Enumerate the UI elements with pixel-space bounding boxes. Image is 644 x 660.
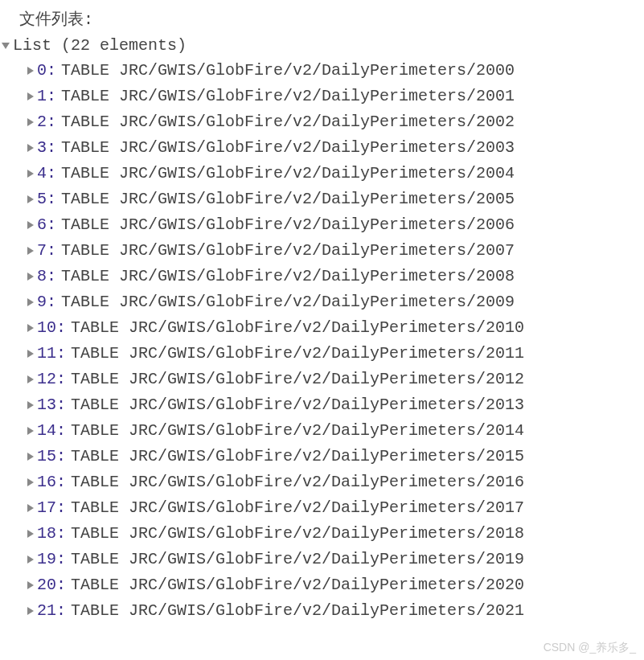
list-item[interactable]: 8:TABLE JRC/GWIS/GlobFire/v2/DailyPerime… (27, 264, 644, 289)
item-value: TABLE JRC/GWIS/GlobFire/v2/DailyPerimete… (71, 547, 524, 572)
item-index: 14 (37, 418, 56, 444)
list-item[interactable]: 19:TABLE JRC/GWIS/GlobFire/v2/DailyPerim… (27, 547, 644, 572)
list-item[interactable]: 5:TABLE JRC/GWIS/GlobFire/v2/DailyPerime… (27, 187, 644, 212)
expand-icon (27, 581, 34, 589)
item-value: TABLE JRC/GWIS/GlobFire/v2/DailyPerimete… (61, 264, 515, 289)
item-index: 15 (37, 444, 56, 469)
item-index: 2 (37, 109, 47, 135)
list-item[interactable]: 0:TABLE JRC/GWIS/GlobFire/v2/DailyPerime… (27, 58, 644, 84)
item-value: TABLE JRC/GWIS/GlobFire/v2/DailyPerimete… (61, 289, 515, 315)
list-item[interactable]: 2:TABLE JRC/GWIS/GlobFire/v2/DailyPerime… (27, 109, 644, 135)
item-value: TABLE JRC/GWIS/GlobFire/v2/DailyPerimete… (61, 212, 515, 238)
item-colon: : (56, 547, 66, 572)
list-header[interactable]: List (22 elements) (0, 36, 644, 58)
expand-icon (27, 555, 34, 564)
expand-icon (27, 273, 34, 281)
item-index: 20 (37, 572, 56, 598)
item-value: TABLE JRC/GWIS/GlobFire/v2/DailyPerimete… (61, 84, 515, 109)
list-item[interactable]: 9:TABLE JRC/GWIS/GlobFire/v2/DailyPerime… (27, 289, 644, 315)
item-value: TABLE JRC/GWIS/GlobFire/v2/DailyPerimete… (71, 418, 524, 444)
item-colon: : (47, 109, 56, 135)
expand-icon (27, 118, 34, 126)
item-value: TABLE JRC/GWIS/GlobFire/v2/DailyPerimete… (71, 572, 524, 598)
expand-icon (27, 144, 34, 152)
list-item[interactable]: 18:TABLE JRC/GWIS/GlobFire/v2/DailyPerim… (27, 521, 644, 547)
item-index: 9 (37, 289, 47, 315)
item-colon: : (47, 212, 56, 238)
item-index: 6 (37, 212, 47, 238)
item-index: 21 (37, 598, 56, 624)
item-colon: : (47, 238, 56, 264)
item-colon: : (56, 418, 66, 444)
item-value: TABLE JRC/GWIS/GlobFire/v2/DailyPerimete… (71, 315, 524, 341)
list-item[interactable]: 20:TABLE JRC/GWIS/GlobFire/v2/DailyPerim… (27, 572, 644, 598)
list-label: List (22 elements) (13, 36, 187, 55)
list-item[interactable]: 13:TABLE JRC/GWIS/GlobFire/v2/DailyPerim… (27, 392, 644, 418)
item-colon: : (47, 264, 56, 289)
item-colon: : (56, 444, 66, 469)
item-value: TABLE JRC/GWIS/GlobFire/v2/DailyPerimete… (71, 495, 524, 521)
expand-icon (27, 324, 34, 332)
item-value: TABLE JRC/GWIS/GlobFire/v2/DailyPerimete… (71, 444, 524, 469)
item-colon: : (56, 392, 66, 418)
list-item[interactable]: 4:TABLE JRC/GWIS/GlobFire/v2/DailyPerime… (27, 161, 644, 187)
item-value: TABLE JRC/GWIS/GlobFire/v2/DailyPerimete… (71, 341, 524, 367)
item-colon: : (47, 135, 56, 161)
list-items: 0:TABLE JRC/GWIS/GlobFire/v2/DailyPerime… (0, 58, 644, 624)
list-item[interactable]: 16:TABLE JRC/GWIS/GlobFire/v2/DailyPerim… (27, 469, 644, 495)
expand-icon (27, 530, 34, 538)
item-value: TABLE JRC/GWIS/GlobFire/v2/DailyPerimete… (61, 187, 515, 212)
expand-icon (27, 195, 34, 203)
item-colon: : (56, 469, 66, 495)
expand-icon (27, 478, 34, 486)
item-value: TABLE JRC/GWIS/GlobFire/v2/DailyPerimete… (71, 469, 524, 495)
item-value: TABLE JRC/GWIS/GlobFire/v2/DailyPerimete… (61, 161, 515, 187)
expand-icon (27, 504, 34, 512)
page-title: 文件列表: (0, 8, 644, 36)
list-item[interactable]: 1:TABLE JRC/GWIS/GlobFire/v2/DailyPerime… (27, 84, 644, 109)
collapse-icon (2, 43, 10, 49)
item-colon: : (56, 598, 66, 624)
item-index: 4 (37, 161, 47, 187)
list-item[interactable]: 3:TABLE JRC/GWIS/GlobFire/v2/DailyPerime… (27, 135, 644, 161)
item-index: 3 (37, 135, 47, 161)
list-item[interactable]: 11:TABLE JRC/GWIS/GlobFire/v2/DailyPerim… (27, 341, 644, 367)
item-value: TABLE JRC/GWIS/GlobFire/v2/DailyPerimete… (61, 58, 515, 84)
item-index: 5 (37, 187, 47, 212)
item-index: 16 (37, 469, 56, 495)
item-value: TABLE JRC/GWIS/GlobFire/v2/DailyPerimete… (61, 238, 515, 264)
expand-icon (27, 427, 34, 435)
list-item[interactable]: 10:TABLE JRC/GWIS/GlobFire/v2/DailyPerim… (27, 315, 644, 341)
item-colon: : (56, 521, 66, 547)
item-index: 11 (37, 341, 56, 367)
item-index: 1 (37, 84, 47, 109)
list-item[interactable]: 15:TABLE JRC/GWIS/GlobFire/v2/DailyPerim… (27, 444, 644, 469)
list-item[interactable]: 17:TABLE JRC/GWIS/GlobFire/v2/DailyPerim… (27, 495, 644, 521)
expand-icon (27, 375, 34, 383)
list-item[interactable]: 12:TABLE JRC/GWIS/GlobFire/v2/DailyPerim… (27, 367, 644, 392)
expand-icon (27, 350, 34, 358)
item-colon: : (47, 161, 56, 187)
list-item[interactable]: 6:TABLE JRC/GWIS/GlobFire/v2/DailyPerime… (27, 212, 644, 238)
item-index: 8 (37, 264, 47, 289)
item-colon: : (56, 341, 66, 367)
item-index: 17 (37, 495, 56, 521)
item-value: TABLE JRC/GWIS/GlobFire/v2/DailyPerimete… (61, 109, 515, 135)
item-index: 12 (37, 367, 56, 392)
item-index: 0 (37, 58, 47, 84)
expand-icon (27, 247, 34, 255)
item-colon: : (56, 315, 66, 341)
item-value: TABLE JRC/GWIS/GlobFire/v2/DailyPerimete… (71, 598, 524, 624)
list-item[interactable]: 14:TABLE JRC/GWIS/GlobFire/v2/DailyPerim… (27, 418, 644, 444)
expand-icon (27, 401, 34, 409)
expand-icon (27, 170, 34, 178)
item-value: TABLE JRC/GWIS/GlobFire/v2/DailyPerimete… (71, 367, 524, 392)
item-value: TABLE JRC/GWIS/GlobFire/v2/DailyPerimete… (71, 392, 524, 418)
expand-icon (27, 67, 34, 75)
list-item[interactable]: 21:TABLE JRC/GWIS/GlobFire/v2/DailyPerim… (27, 598, 644, 624)
list-item[interactable]: 7:TABLE JRC/GWIS/GlobFire/v2/DailyPerime… (27, 238, 644, 264)
item-index: 19 (37, 547, 56, 572)
expand-icon (27, 453, 34, 461)
item-value: TABLE JRC/GWIS/GlobFire/v2/DailyPerimete… (71, 521, 524, 547)
item-colon: : (56, 495, 66, 521)
